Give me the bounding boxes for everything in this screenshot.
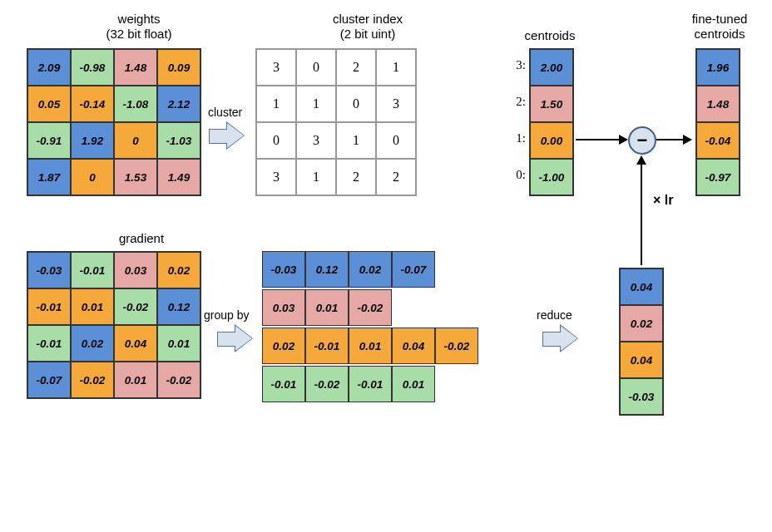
label-reduce: reduce [537,308,572,322]
cluster-index-cell: 0 [376,122,416,159]
weights-cell: 0.09 [157,49,200,86]
weights-cell: -0.14 [71,86,114,122]
grouped-cell: -0.02 [349,289,392,326]
grouped-row: -0.030.120.02-0.07 [262,251,478,288]
cluster-index-cell: 3 [256,159,296,195]
title-finetuned: fine-tuned centroids [678,12,761,42]
gradient-cell: 0.01 [157,325,200,362]
grouped-cell: -0.02 [435,328,478,364]
arrow-centroids-to-minus [576,139,621,140]
cluster-index-cell: 3 [256,49,296,86]
weights-cell: -1.03 [157,122,200,159]
gradient-cell: -0.02 [157,362,200,398]
grouped-gradient-rows: -0.030.120.02-0.070.030.01-0.020.02-0.01… [262,251,478,404]
matrix-weights: 2.09-0.981.480.090.05-0.14-1.082.12-0.91… [27,48,201,196]
matrix-cluster-index: 3021110303103122 [255,48,417,196]
finetuned-centroid-cell: 1.48 [696,86,740,122]
gradient-cell: -0.03 [27,252,71,288]
grouped-cell: -0.02 [305,366,349,402]
weights-cell: 0 [114,122,157,159]
gradient-cell: -0.01 [27,288,71,325]
gradient-cell: -0.07 [27,362,71,398]
reduced-cell: 0.04 [620,342,663,378]
grouped-cell: 0.04 [392,328,435,364]
gradient-cell: 0.03 [114,252,157,288]
gradient-cell: -0.01 [27,325,71,362]
arrowhead-minus-to-ft [683,135,692,145]
weights-cell: 1.92 [71,122,114,159]
title-finetuned-l1: fine-tuned [692,12,748,26]
cluster-index-cell: 0 [296,49,336,86]
arrowhead-centroids-to-minus [619,135,628,145]
cluster-index-cell: 2 [336,49,376,86]
title-weights-l1: weights [118,12,161,26]
arrow-reduced-to-minus [641,164,642,265]
weights-cell: -0.98 [71,49,114,86]
grouped-cell: 0.02 [262,328,305,364]
arrow-cluster [209,123,245,148]
matrix-gradient: -0.03-0.010.030.02-0.010.01-0.020.12-0.0… [27,251,201,399]
gradient-cell: 0.04 [114,325,157,362]
centroid-index-label: 2: [511,95,526,109]
centroid-cell: 1.50 [530,86,573,122]
title-cluster-index-l1: cluster index [333,12,403,26]
column-finetuned-centroids: 1.961.48-0.04-0.97 [695,48,740,196]
cluster-index-cell: 3 [376,86,416,122]
grouped-row: -0.01-0.02-0.010.01 [262,366,478,402]
grouped-cell: -0.01 [262,366,305,402]
gradient-cell: -0.02 [114,288,157,325]
finetuned-centroid-cell: 1.96 [696,49,740,86]
grouped-cell: -0.07 [392,251,435,288]
title-weights-l2: (32 bit float) [106,27,171,41]
title-cluster-index-l2: (2 bit uint) [340,27,396,41]
gradient-cell: 0.01 [114,362,157,398]
cluster-index-cell: 0 [256,122,296,159]
weights-cell: 2.12 [157,86,200,122]
minus-op-icon: − [628,126,656,155]
arrow-minus-to-ft [656,139,685,140]
centroid-cell: 2.00 [530,49,573,86]
cluster-index-cell: 2 [376,159,416,195]
centroid-index-label: 3: [511,58,526,72]
weights-cell: 2.09 [27,49,71,86]
gradient-cell: -0.02 [71,362,114,398]
weights-cell: 1.48 [114,49,157,86]
cluster-index-cell: 3 [296,122,336,159]
reduced-cell: -0.03 [620,378,663,415]
label-lr: × lr [653,193,673,208]
gradient-cell: 0.02 [71,325,114,362]
centroid-index-label: 0: [511,168,526,182]
cluster-index-cell: 1 [376,49,416,86]
arrow-groupby [217,326,254,351]
grouped-cell: 0.03 [262,289,305,326]
title-weights: weights (32 bit float) [56,12,222,42]
title-cluster-index: cluster index (2 bit uint) [285,12,451,42]
grouped-cell: 0.01 [305,289,349,326]
column-reduced: 0.040.020.04-0.03 [619,268,664,416]
grouped-row: 0.02-0.010.010.04-0.02 [262,328,478,364]
weights-cell: -1.08 [114,86,157,122]
grouped-cell: -0.01 [305,328,349,364]
cluster-index-cell: 1 [296,159,336,195]
weights-cell: 1.53 [114,159,157,195]
cluster-index-cell: 1 [256,86,296,122]
reduced-cell: 0.04 [620,268,663,305]
gradient-cell: -0.01 [71,252,114,288]
grouped-row: 0.030.01-0.02 [262,289,478,326]
gradient-cell: 0.12 [157,288,200,325]
label-cluster: cluster [208,106,242,119]
arrowhead-reduced-to-minus [636,155,646,165]
cluster-index-cell: 1 [296,86,336,122]
column-centroids: 2.001.500.00-1.00 [529,48,574,196]
finetuned-centroid-cell: -0.97 [696,159,740,195]
label-groupby: group by [204,308,249,322]
centroid-index-label: 1: [511,131,526,145]
grouped-cell: 0.12 [305,251,349,288]
title-gradient: gradient [100,231,183,246]
grouped-cell: -0.01 [349,366,392,402]
grouped-cell: 0.02 [349,251,392,288]
weights-cell: 0 [71,159,114,195]
grouped-cell: 0.01 [349,328,392,364]
arrow-reduce [542,326,579,351]
cluster-index-cell: 2 [336,159,376,195]
